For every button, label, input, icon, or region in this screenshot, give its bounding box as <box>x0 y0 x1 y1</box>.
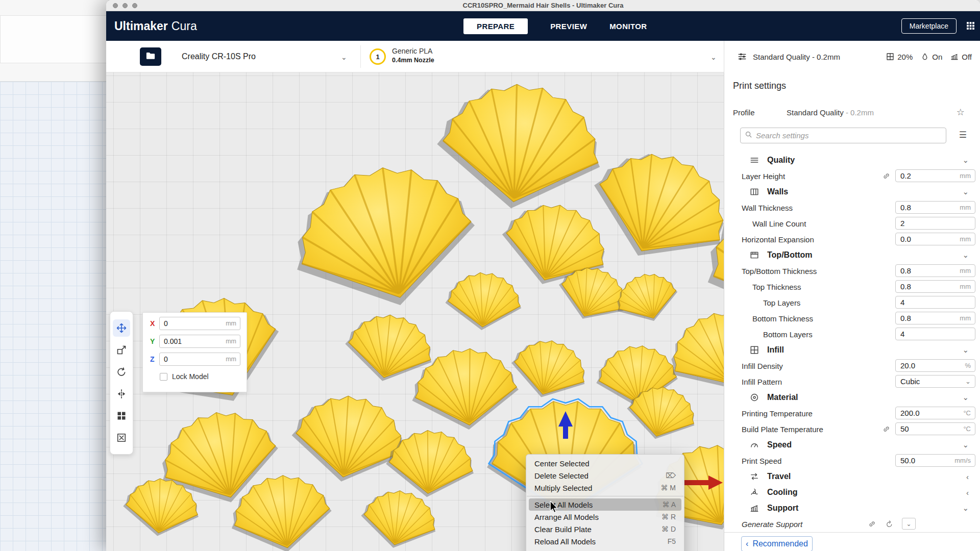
link-icon[interactable] <box>868 520 876 528</box>
section-infill[interactable]: Infill⌄ <box>724 342 980 358</box>
setting-input[interactable]: 20.0% <box>895 359 975 372</box>
desktop-grid-paper <box>0 82 108 551</box>
tool-scale[interactable] <box>113 341 130 359</box>
tool-per-model-settings[interactable] <box>113 407 130 424</box>
reset-icon[interactable] <box>886 520 893 528</box>
link-icon[interactable] <box>883 425 890 433</box>
chevron-down-icon: ⌄ <box>962 440 969 449</box>
axis-input[interactable]: 0mm <box>159 317 240 330</box>
profile-dropdown[interactable]: Standard Quality - 0.2mm <box>787 108 874 117</box>
menu-item-reset-all-model-positions[interactable]: Reset All Model Positions <box>529 547 681 551</box>
section-label: Quality <box>767 156 795 165</box>
lock-model-checkbox[interactable] <box>160 373 167 381</box>
menu-item-reload-all-models[interactable]: Reload All ModelsF5 <box>529 535 681 547</box>
settings-list-icon[interactable]: ☰ <box>959 130 967 140</box>
setting-row-wall-line-count: Wall Line Count2 <box>724 215 980 231</box>
setting-input[interactable]: 0.8mm <box>895 280 975 293</box>
marketplace-button[interactable]: Marketplace <box>901 18 957 34</box>
section-travel[interactable]: Travel‹ <box>724 468 980 484</box>
setting-row-build-plate-temperature: Build Plate Temperature50°C <box>724 421 980 437</box>
section-label: Infill <box>767 345 784 355</box>
setting-label: Top Layers <box>763 298 800 307</box>
sliders-icon <box>738 52 747 61</box>
axis-input[interactable]: 0mm <box>159 353 240 366</box>
section-cooling[interactable]: Cooling‹ <box>724 484 980 500</box>
setting-input[interactable]: 50.0mm/s <box>895 454 975 467</box>
link-icon[interactable] <box>883 172 890 180</box>
shell-model[interactable] <box>609 266 684 331</box>
shell-model[interactable] <box>444 270 524 333</box>
main-navbar: Ultimaker Cura PREPARE PREVIEW MONITOR M… <box>106 11 980 41</box>
setting-label: Printing Temperature <box>742 409 813 417</box>
quality-icon <box>750 156 759 165</box>
tab-monitor[interactable]: MONITOR <box>609 22 647 31</box>
support-icon <box>750 504 759 513</box>
extruder-badge: 1 <box>370 48 386 65</box>
setting-input[interactable]: 4 <box>895 328 975 340</box>
chevron-left-icon: ‹ <box>966 488 969 496</box>
chevron-down-icon: ⌄ <box>962 504 969 513</box>
tool-mirror[interactable] <box>113 385 130 403</box>
setting-dropdown[interactable]: Cubic⌄ <box>895 375 975 388</box>
nozzle-name: 0.4mm Nozzle <box>392 57 434 64</box>
setting-label: Top Thickness <box>752 282 801 291</box>
section-quality[interactable]: Quality⌄ <box>724 152 980 168</box>
speed-icon <box>750 440 759 449</box>
chevron-down-icon: ⌄ <box>962 156 969 165</box>
axis-y-row: Y0.001mm <box>150 334 240 348</box>
material-selector[interactable]: Generic PLA 0.4mm Nozzle <box>392 47 434 64</box>
printer-selector[interactable]: Creality CR-10S Pro <box>182 41 256 72</box>
setting-label: Bottom Thickness <box>752 314 813 322</box>
setting-input[interactable]: 0.8mm <box>895 312 975 324</box>
tab-prepare[interactable]: PREPARE <box>463 18 528 34</box>
section-speed[interactable]: Speed⌄ <box>724 437 980 453</box>
window-titlebar[interactable]: CCR10SPRO_Mermaid Hair Shells - Ultimake… <box>106 0 980 11</box>
walls-icon <box>750 187 759 196</box>
search-box[interactable] <box>740 128 946 143</box>
menu-separator <box>527 496 683 496</box>
tool-move[interactable] <box>113 319 130 337</box>
generate-support-checkbox[interactable]: ⌄ <box>902 518 916 530</box>
chevron-down-icon: ⌄ <box>965 378 975 385</box>
setting-input[interactable]: 0.8mm <box>895 264 975 277</box>
app-switcher-icon[interactable] <box>966 21 975 32</box>
print-settings-panel: Print settings Profile Standard Quality … <box>724 72 980 551</box>
tool-support-blocker[interactable] <box>113 429 130 446</box>
section-walls[interactable]: Walls⌄ <box>724 184 980 199</box>
section-top-bottom[interactable]: Top/Bottom⌄ <box>724 247 980 263</box>
setting-row-top-thickness: Top Thickness0.8mm <box>724 279 980 294</box>
setting-input[interactable]: 50°C <box>895 422 975 435</box>
infill-icon <box>750 345 759 355</box>
shell-model[interactable] <box>285 388 412 492</box>
open-file-button[interactable] <box>140 47 161 66</box>
travel-icon <box>750 472 759 481</box>
app-logo: Ultimaker Cura <box>114 11 197 41</box>
recommended-mode-button[interactable]: ‹ Recommended <box>741 536 813 551</box>
setting-label: Print Speed <box>742 456 781 465</box>
axis-label: Z <box>150 355 159 363</box>
section-material[interactable]: Material⌄ <box>724 389 980 405</box>
profile-row: Profile Standard Quality - 0.2mm ☆ <box>724 102 980 124</box>
setting-input[interactable]: 4 <box>895 296 975 309</box>
setting-input[interactable]: 200.0°C <box>895 407 975 419</box>
setting-input[interactable]: 0.2mm <box>895 169 975 182</box>
axis-input[interactable]: 0.001mm <box>159 335 240 348</box>
setting-input[interactable]: 2 <box>895 217 975 230</box>
shell-model[interactable] <box>505 332 594 408</box>
menu-item-center-selected[interactable]: Center Selected <box>529 457 681 469</box>
screen: CCR10SPRO_Mermaid Hair Shells - Ultimake… <box>0 0 980 551</box>
setting-label: Wall Line Count <box>752 219 806 228</box>
star-icon[interactable]: ☆ <box>957 107 965 118</box>
section-support[interactable]: Support⌄ <box>724 500 980 516</box>
print-setup-summary[interactable]: Standard Quality - 0.2mm 20% On Off <box>724 41 980 72</box>
tool-rotate[interactable] <box>113 363 130 381</box>
search-input[interactable] <box>756 131 946 140</box>
axis-label: Y <box>150 337 159 345</box>
menu-item-clear-build-plate[interactable]: Clear Build Plate⌘ D <box>529 523 681 535</box>
configuration-toolbar: Creality CR-10S Pro ⌄ 1 Generic PLA 0.4m… <box>106 41 980 72</box>
setting-input[interactable]: 0.0mm <box>895 233 975 245</box>
tab-preview[interactable]: PREVIEW <box>550 22 587 31</box>
setting-input[interactable]: 0.8mm <box>895 201 975 214</box>
menu-item-delete-selected[interactable]: Delete Selected⌦ <box>529 469 681 482</box>
menu-item-multiply-selected[interactable]: Multiply Selected⌘ M <box>529 482 681 494</box>
